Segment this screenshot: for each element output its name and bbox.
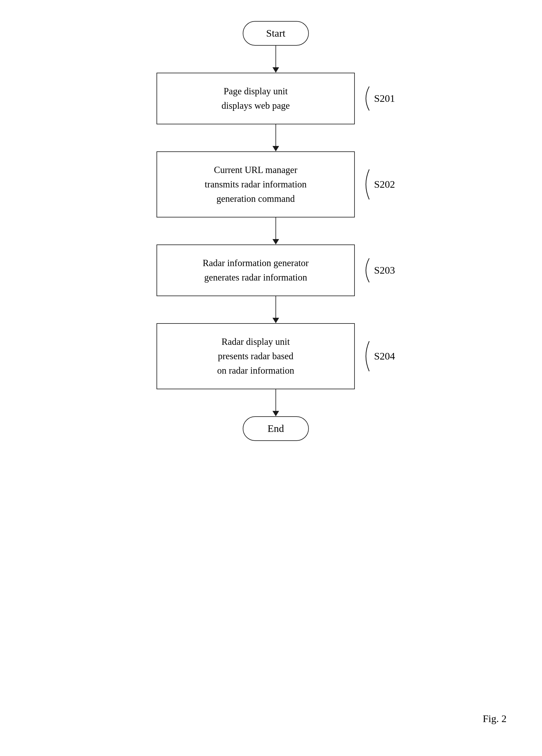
s201-box: Page display unitdisplays web page: [157, 73, 355, 124]
s201-text: Page display unitdisplays web page: [221, 86, 290, 111]
s204-label: S204: [374, 351, 395, 362]
page: Start Page display unitdisplays web page…: [0, 0, 542, 756]
s203-text: Radar information generatorgenerates rad…: [202, 258, 309, 283]
s203-row: Radar information generatorgenerates rad…: [157, 244, 395, 296]
s201-row: Page display unitdisplays web page S201: [157, 73, 395, 124]
s204-row: Radar display unitpresents radar basedon…: [157, 323, 395, 389]
s204-box: Radar display unitpresents radar basedon…: [157, 323, 355, 389]
s204-bracket-icon: [360, 340, 372, 373]
s202-label: S202: [374, 179, 395, 190]
s202-text: Current URL managertransmits radar infor…: [205, 165, 306, 204]
figure-label: Fig. 2: [483, 713, 507, 724]
s202-bracket-icon: [360, 168, 372, 201]
start-terminal: Start: [243, 21, 309, 46]
s202-box: Current URL managertransmits radar infor…: [157, 151, 355, 217]
s201-label: S201: [374, 93, 395, 104]
start-label: Start: [266, 28, 285, 39]
s203-label: S203: [374, 265, 395, 276]
arrow-5: [273, 389, 279, 416]
end-label: End: [267, 423, 284, 434]
arrow-2: [273, 124, 279, 151]
arrow-1: [273, 46, 279, 73]
s203-box: Radar information generatorgenerates rad…: [157, 244, 355, 296]
s203-bracket-icon: [360, 257, 372, 284]
s201-bracket-icon: [360, 85, 372, 112]
end-terminal: End: [243, 416, 309, 441]
s204-text: Radar display unitpresents radar basedon…: [217, 336, 294, 376]
s202-row: Current URL managertransmits radar infor…: [157, 151, 395, 217]
arrow-3: [273, 217, 279, 244]
arrow-4: [273, 296, 279, 323]
